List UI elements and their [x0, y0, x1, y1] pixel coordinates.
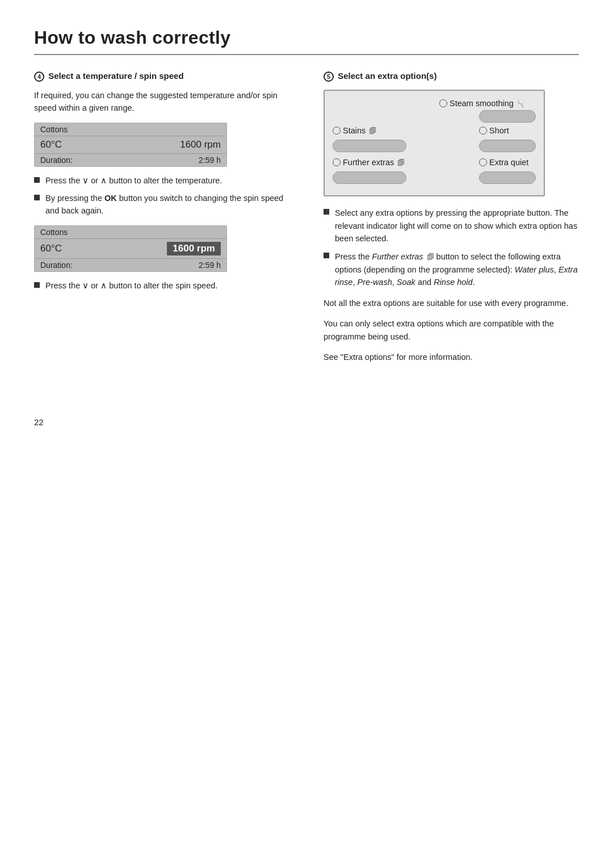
right-bullet-text-2: Press the Further extras 🗐 button to sel…	[335, 250, 579, 288]
option-row-3: Further extras 🗐 Extra quiet	[333, 158, 536, 184]
display-panel-1: Cottons 60°C 1600 rpm Duration: 2:59 h	[34, 123, 227, 167]
section-num-4: 4	[34, 72, 44, 82]
bullet-text-3: Press the ∨ or ∧ button to alter the spi…	[45, 280, 217, 292]
panel2-rpm: 1600 rpm	[167, 242, 221, 255]
stains-name-row: Stains 🗐	[333, 126, 376, 135]
extra-options-panel: Steam smoothing 🫗 Stains 🗐	[324, 90, 545, 196]
short-label: Short	[489, 126, 509, 135]
right-bullet-icon-2	[324, 253, 329, 258]
option-row-2: Stains 🗐 Short	[333, 126, 536, 152]
panel1-temp: 60°C	[40, 139, 62, 150]
extra-quiet-button[interactable]	[479, 171, 536, 184]
steam-button[interactable]	[479, 110, 536, 123]
further-label: Further extras 🗐	[343, 158, 405, 167]
panel2-temp: 60°C	[40, 243, 62, 254]
bullet-item-1: Press the ∨ or ∧ button to alter the tem…	[34, 175, 289, 187]
short-circle	[479, 127, 487, 135]
main-content: 4 Select a temperature / spin speed If r…	[34, 71, 579, 372]
further-extras-inline-icon: 🗐	[427, 253, 434, 261]
stains-circle	[333, 127, 341, 135]
bullet-list-1: Press the ∨ or ∧ button to alter the tem…	[34, 175, 289, 217]
stains-icon: 🗐	[369, 127, 376, 135]
para-3: See "Extra options" for more information…	[324, 351, 579, 363]
stains-option: Stains 🗐	[333, 126, 406, 152]
bullet-icon-2	[34, 195, 40, 200]
page-title: How to wash correctly	[34, 27, 579, 48]
panel1-rpm: 1600 rpm	[180, 139, 221, 150]
rinse-hold-inline: Rinse hold	[434, 278, 473, 287]
panel1-dur-val: 2:59 h	[199, 156, 221, 165]
further-extras-inline: Further extras	[372, 252, 423, 261]
panel1-label: Cottons	[35, 123, 226, 136]
further-icon: 🗐	[397, 158, 405, 167]
panel2-label: Cottons	[35, 226, 226, 239]
further-extras-option: Further extras 🗐	[333, 158, 406, 184]
further-name-row: Further extras 🗐	[333, 158, 405, 167]
panel1-main: 60°C 1600 rpm	[35, 136, 226, 154]
extra-quiet-name-row: Extra quiet	[479, 158, 528, 167]
extra-quiet-label: Extra quiet	[489, 158, 528, 167]
divider	[34, 54, 579, 55]
extra-quiet-circle	[479, 158, 487, 166]
panel2-main: 60°C 1600 rpm	[35, 239, 226, 259]
bullet-text-2: By pressing the OK button you switch to …	[45, 192, 289, 217]
extra-quiet-option: Extra quiet	[479, 158, 536, 184]
right-bullet-text-1: Select any extra options by pressing the…	[335, 207, 579, 245]
bullet-item-2: By pressing the OK button you switch to …	[34, 192, 289, 217]
panel1-dur-label: Duration:	[40, 156, 73, 165]
ok-bold: OK	[104, 194, 117, 203]
soak-inline: Soak	[397, 278, 415, 287]
bullet-text-1: Press the ∨ or ∧ button to alter the tem…	[45, 175, 222, 187]
left-column: 4 Select a temperature / spin speed If r…	[34, 71, 289, 372]
panel2-dur-label: Duration:	[40, 261, 73, 270]
steam-option: Steam smoothing 🫗	[439, 99, 536, 123]
display-panel-2: Cottons 60°C 1600 rpm Duration: 2:59 h	[34, 225, 227, 272]
further-circle	[333, 158, 341, 166]
short-name-row: Short	[479, 126, 509, 135]
pre-wash-inline: Pre-wash	[358, 278, 392, 287]
bullet-icon-1	[34, 177, 40, 183]
steam-btn-wrap	[439, 110, 536, 123]
stains-label: Stains	[343, 126, 366, 135]
para-2: You can only select extra options which …	[324, 317, 579, 343]
right-bullet-list: Select any extra options by pressing the…	[324, 207, 579, 289]
short-button[interactable]	[479, 140, 536, 152]
para-1: Not all the extra options are suitable f…	[324, 297, 579, 309]
panel2-dur-val: 2:59 h	[199, 261, 221, 270]
bullet-icon-3	[34, 282, 40, 288]
steam-name-row: Steam smoothing 🫗	[439, 99, 525, 108]
right-bullet-2: Press the Further extras 🗐 button to sel…	[324, 250, 579, 288]
section-num-5: 5	[324, 72, 334, 82]
steam-icon: 🫗	[516, 99, 525, 108]
steam-row: Steam smoothing 🫗	[333, 99, 536, 123]
bullet-list-2: Press the ∨ or ∧ button to alter the spi…	[34, 280, 289, 292]
footer: 22	[34, 417, 579, 427]
panel1-duration: Duration: 2:59 h	[35, 154, 226, 166]
page-number: 22	[34, 417, 44, 427]
right-bullet-icon-1	[324, 209, 329, 215]
right-section-heading: 5 Select an extra option(s)	[324, 71, 579, 82]
right-bullet-1: Select any extra options by pressing the…	[324, 207, 579, 245]
short-option: Short	[479, 126, 536, 152]
right-column: 5 Select an extra option(s) Steam smooth…	[324, 71, 579, 372]
steam-label: Steam smoothing 🫗	[450, 99, 525, 108]
water-plus-inline: Water plus	[515, 265, 554, 274]
intro-text: If required, you can change the suggeste…	[34, 90, 289, 115]
left-section-heading: 4 Select a temperature / spin speed	[34, 71, 289, 82]
steam-circle	[439, 99, 447, 107]
further-extras-button[interactable]	[333, 171, 406, 184]
panel2-duration: Duration: 2:59 h	[35, 259, 226, 271]
stains-button[interactable]	[333, 140, 406, 152]
bullet-item-3: Press the ∨ or ∧ button to alter the spi…	[34, 280, 289, 292]
